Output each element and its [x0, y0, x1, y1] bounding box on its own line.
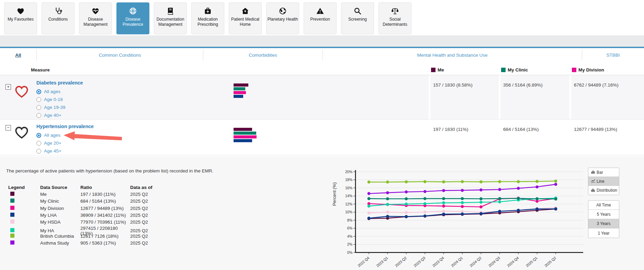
legend-as-of: 2025 Q2 — [130, 220, 168, 225]
tile-label: Social Determinants — [379, 17, 411, 27]
tab-comorbidities[interactable]: Comorbidities — [203, 49, 323, 60]
search-icon — [353, 7, 362, 15]
chart-type-label: Distribution — [597, 188, 617, 193]
time-range-1-year-button[interactable]: 1 Year — [588, 228, 619, 238]
svg-text:2025 Q2: 2025 Q2 — [544, 256, 557, 268]
radio-unselected[interactable] — [36, 149, 41, 154]
tile-social-determinants[interactable]: Social Determinants — [379, 2, 411, 34]
value-my-clinic: 684 / 5164 (13%) — [499, 120, 569, 155]
legend-swatch-my-hsda — [10, 220, 14, 224]
tab-common-conditions[interactable]: Common Conditions — [37, 49, 203, 60]
tile-label: Conditions — [48, 17, 69, 22]
legend-swatch-me — [431, 68, 436, 72]
measure-title-link[interactable]: Hypertension prevalence — [36, 124, 233, 129]
tile-patient-medical-home[interactable]: Patient Medical Home — [229, 2, 262, 34]
svg-text:2025 Q1: 2025 Q1 — [525, 256, 538, 268]
radio-selected[interactable] — [36, 133, 41, 138]
collapse-row-button[interactable]: − — [5, 125, 11, 131]
time-range-5-years-button[interactable]: 5 Years — [588, 210, 619, 219]
svg-text:14%: 14% — [345, 194, 352, 198]
legend-source: My HSDA — [40, 220, 80, 225]
age-filter-option-age-40[interactable]: Age 40+ — [36, 111, 233, 119]
age-filter-label: Age 45+ — [44, 148, 61, 154]
accent-divider — [0, 35, 644, 48]
tile-label: Screening — [348, 17, 368, 22]
tile-screening[interactable]: Screening — [341, 2, 374, 34]
tile-disease-management[interactable]: Disease Management — [79, 2, 112, 34]
expand-cell: − — [0, 120, 14, 155]
legend-source: My HA — [40, 228, 80, 233]
legend-header-data-as-of: Data as of — [130, 185, 168, 190]
tab-all[interactable]: All — [0, 49, 37, 60]
tile-planetary-health[interactable]: Planetary Health — [266, 2, 299, 34]
legend-ratio: 905 / 5363 (17%) — [80, 240, 130, 246]
radio-selected[interactable] — [36, 89, 41, 94]
time-range-3-years-button[interactable]: 3 Years — [588, 219, 619, 228]
series-british-columbia — [368, 180, 557, 184]
favourite-heart-icon[interactable] — [14, 94, 30, 100]
legend-ratio: 77970 / 703961 (11%) — [80, 220, 130, 225]
legend-row-british-columbia: British Columbia1261 / 7126 (18%)2025 Q2 — [8, 233, 168, 239]
app-window: My FavouritesConditionsDisease Managemen… — [0, 0, 644, 270]
svg-text:2024 Q4: 2024 Q4 — [506, 256, 520, 268]
legend-row-me: Me197 / 1830 (11%)2025 Q2 — [8, 191, 168, 198]
age-filter-option-age-19-39[interactable]: Age 19-39 — [36, 103, 233, 111]
age-filter-option-age-45[interactable]: Age 45+ — [36, 147, 233, 155]
tile-label: Disease Management — [79, 17, 112, 27]
legend-row-my-ha: My HA297415 / 2208180 (13%)2025 Q2 — [8, 226, 168, 233]
legend-as-of: 2025 Q2 — [130, 192, 168, 197]
tile-conditions[interactable]: Conditions — [42, 2, 75, 34]
chart-type-label: Line — [597, 179, 605, 184]
series-asthma-study — [368, 183, 557, 195]
mini-bar-my-lha — [234, 95, 243, 98]
legend-as-of: 2025 Q2 — [130, 240, 168, 246]
legend-swatch-cell — [8, 228, 40, 233]
book-icon — [166, 7, 174, 15]
measure-title-link[interactable]: Diabetes prevalence — [36, 80, 233, 86]
time-range-all-time-button[interactable]: All Time — [588, 201, 619, 210]
legend-table: LegendData SourceRatioData as ofMe197 / … — [8, 184, 168, 247]
warning-icon — [316, 7, 324, 15]
svg-text:2024 Q3: 2024 Q3 — [488, 256, 501, 268]
legend-row-my-division: My Division12677 / 94489 (13%)2025 Q2 — [8, 205, 168, 212]
age-filter-label: Age 20+ — [44, 140, 61, 146]
svg-text:2022 Q4: 2022 Q4 — [357, 256, 370, 268]
tile-prevention[interactable]: Prevention — [304, 2, 337, 34]
mini-bar-my-division — [234, 91, 246, 94]
stethoscope-icon — [54, 7, 62, 15]
svg-text:2%: 2% — [347, 242, 352, 246]
tile-my-favourites[interactable]: My Favourites — [4, 2, 37, 34]
chart-type-label: Bar — [597, 170, 603, 175]
legend-source: My Clinic — [40, 199, 80, 204]
svg-text:2023 Q3: 2023 Q3 — [413, 256, 426, 268]
svg-text:2023 Q2: 2023 Q2 — [394, 256, 408, 268]
legend-swatch-cell — [8, 192, 40, 197]
chart-type-distribution-button[interactable]: Distribution — [588, 186, 619, 195]
age-filter-label: All ages — [44, 89, 60, 94]
expand-row-button[interactable]: + — [5, 84, 11, 90]
tab-stbbi[interactable]: STBBI — [582, 49, 644, 60]
tile-documentation-management[interactable]: Documentation Management — [154, 2, 187, 34]
mini-bar-chart — [233, 120, 429, 155]
legend-swatch-my-clinic — [501, 68, 506, 72]
radio-unselected[interactable] — [36, 97, 41, 102]
svg-text:4%: 4% — [347, 234, 352, 238]
tile-label: Documentation Management — [154, 17, 187, 27]
chart-type-bar-button[interactable]: Bar — [588, 168, 619, 177]
radio-unselected[interactable] — [36, 105, 41, 110]
svg-text:18%: 18% — [345, 178, 352, 182]
age-filter-option-age-0-18[interactable]: Age 0-18 — [36, 95, 233, 103]
age-filter-option-all-ages[interactable]: All ages — [36, 88, 233, 95]
chart-type-line-button[interactable]: Line — [588, 177, 619, 186]
favourite-heart-icon[interactable] — [14, 135, 30, 141]
line-chart-icon — [591, 179, 595, 184]
distribution-chart-icon — [591, 188, 595, 193]
column-header-my-division: My Division — [569, 67, 644, 72]
tab-mental-health-and-substance-use[interactable]: Mental Health and Substance Use — [323, 49, 582, 60]
legend-swatch-cell — [8, 220, 40, 225]
radio-unselected[interactable] — [36, 113, 41, 118]
tile-disease-prevalence[interactable]: Disease Prevalence — [116, 2, 149, 34]
legend-as-of: 2025 Q2 — [130, 213, 168, 218]
radio-unselected[interactable] — [36, 141, 41, 146]
tile-medication-prescribing[interactable]: Medication Prescribing — [191, 2, 224, 34]
